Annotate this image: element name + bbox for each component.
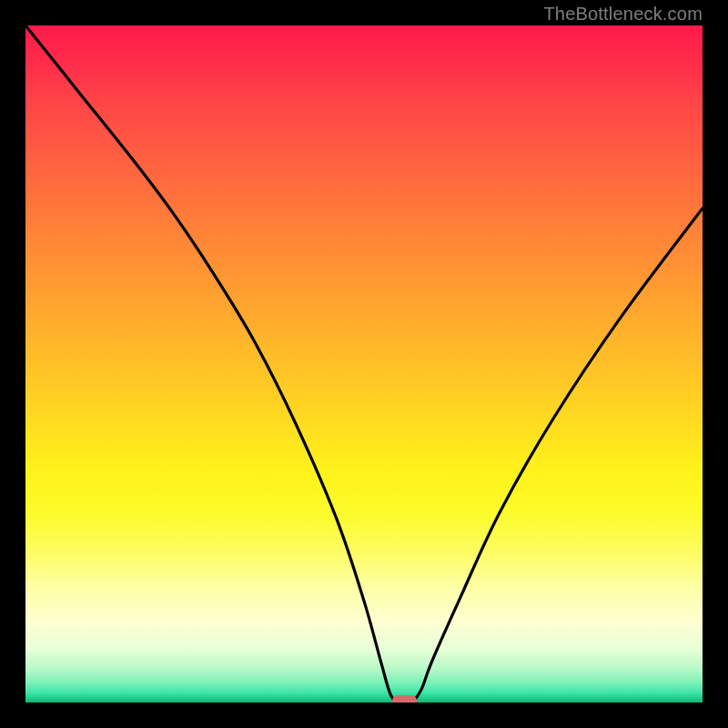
bottleneck-curve (25, 25, 703, 703)
plot-area (25, 25, 703, 703)
chart-frame: TheBottleneck.com (0, 0, 728, 728)
watermark-text: TheBottleneck.com (543, 4, 703, 25)
optimal-marker (392, 695, 418, 703)
